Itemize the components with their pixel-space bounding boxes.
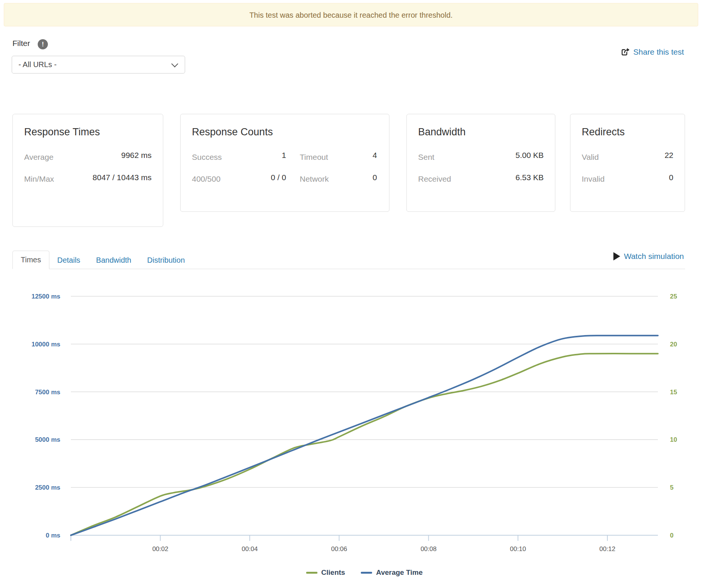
- stat-row-average: Average 9962 ms: [24, 149, 152, 162]
- card-title: Response Times: [24, 126, 152, 138]
- stat-row-valid: Valid 22: [582, 149, 673, 162]
- y-left-axis-label: 7500 ms: [35, 389, 60, 396]
- x-axis-label: 00:12: [599, 545, 616, 553]
- filter-label: Filter: [12, 39, 30, 48]
- info-exclamation-icon[interactable]: !: [38, 39, 48, 49]
- stat-label: Valid: [582, 153, 599, 162]
- watch-simulation-label: Watch simulation: [624, 252, 684, 261]
- legend-label: Average Time: [376, 568, 423, 577]
- stat-value: 0: [372, 172, 377, 184]
- y-right-axis-label: 0: [670, 532, 673, 539]
- stat-row-timeout: Timeout 4: [300, 149, 377, 162]
- stat-label: 400/500: [192, 175, 221, 184]
- stat-row-success: Success 1: [192, 149, 286, 162]
- y-right-axis-label: 5: [670, 484, 673, 491]
- url-filter-select[interactable]: - All URLs -: [12, 56, 185, 74]
- stat-label: Sent: [418, 153, 434, 162]
- stat-label: Invalid: [582, 175, 605, 184]
- y-left-axis-label: 0 ms: [46, 532, 60, 539]
- stat-row-invalid: Invalid 0: [582, 172, 673, 184]
- aborted-alert-banner: This test was aborted because it reached…: [4, 3, 698, 26]
- x-axis-label: 00:02: [152, 545, 169, 553]
- card-title: Bandwidth: [418, 126, 544, 138]
- response-counts-card: Response Counts Success 1 400/500 0 / 0 …: [180, 114, 389, 212]
- stat-value: 22: [665, 149, 673, 162]
- stat-value: 4: [372, 149, 377, 162]
- report-tabs: Times Details Bandwidth Distribution: [12, 250, 685, 269]
- stat-row-network: Network 0: [300, 172, 377, 184]
- share-icon: [621, 47, 630, 57]
- play-icon: [613, 252, 620, 260]
- stat-value: 6.53 KB: [515, 172, 544, 184]
- stat-row-400500: 400/500 0 / 0: [192, 172, 286, 184]
- y-right-axis-label: 10: [670, 436, 677, 443]
- chart-legend: Clients Average Time: [71, 568, 658, 577]
- clients-series-swatch: [306, 572, 317, 574]
- tab-details[interactable]: Details: [49, 251, 88, 269]
- legend-item-clients[interactable]: Clients: [306, 568, 345, 577]
- tab-distribution[interactable]: Distribution: [139, 251, 193, 269]
- card-title: Redirects: [582, 126, 673, 138]
- y-right-axis-label: 25: [670, 293, 677, 300]
- stat-row-sent: Sent 5.00 KB: [418, 149, 544, 162]
- redirects-card: Redirects Valid 22 Invalid 0: [570, 114, 685, 212]
- y-left-axis-label: 2500 ms: [35, 484, 60, 491]
- bandwidth-card: Bandwidth Sent 5.00 KB Received 6.53 KB: [406, 114, 555, 212]
- times-line-chart: 0 ms02500 ms55000 ms107500 ms1510000 ms2…: [0, 271, 702, 569]
- stat-value: 8047 / 10443 ms: [93, 172, 152, 184]
- x-axis-label: 00:08: [420, 545, 437, 553]
- stat-label: Timeout: [300, 153, 328, 162]
- tab-bandwidth[interactable]: Bandwidth: [88, 251, 139, 269]
- share-test-link[interactable]: Share this test: [621, 47, 684, 57]
- stat-label: Average: [24, 153, 54, 162]
- stat-value: 0 / 0: [271, 172, 286, 184]
- y-right-axis-label: 20: [670, 341, 677, 348]
- x-axis-label: 00:04: [242, 545, 258, 553]
- stat-value: 5.00 KB: [515, 149, 544, 162]
- url-filter-selected-value: - All URLs -: [18, 60, 57, 69]
- series-line-average-time: [71, 335, 658, 535]
- legend-item-average-time[interactable]: Average Time: [361, 568, 423, 577]
- stat-value: 9962 ms: [121, 149, 152, 162]
- y-left-axis-label: 10000 ms: [31, 341, 60, 348]
- tab-times[interactable]: Times: [12, 251, 49, 269]
- y-left-axis-label: 5000 ms: [35, 436, 60, 443]
- card-title: Response Counts: [192, 126, 378, 138]
- chevron-down-icon: [171, 60, 178, 67]
- x-axis-label: 00:06: [331, 545, 347, 553]
- average-time-series-swatch: [361, 572, 372, 574]
- x-axis-label: 00:10: [510, 545, 526, 553]
- stat-label: Min/Max: [24, 175, 54, 184]
- stat-row-minmax: Min/Max 8047 / 10443 ms: [24, 172, 152, 184]
- watch-simulation-link[interactable]: Watch simulation: [613, 252, 684, 261]
- y-right-axis-label: 15: [670, 389, 677, 396]
- stat-row-received: Received 6.53 KB: [418, 172, 544, 184]
- stat-value: 0: [669, 172, 673, 184]
- stat-label: Success: [192, 153, 222, 162]
- stat-value: 1: [282, 149, 286, 162]
- share-link-label: Share this test: [633, 47, 684, 57]
- stat-label: Received: [418, 175, 451, 184]
- response-times-card: Response Times Average 9962 ms Min/Max 8…: [12, 114, 163, 227]
- y-left-axis-label: 12500 ms: [31, 293, 60, 300]
- legend-label: Clients: [321, 568, 345, 577]
- series-line-clients: [71, 354, 658, 535]
- stat-label: Network: [300, 175, 329, 184]
